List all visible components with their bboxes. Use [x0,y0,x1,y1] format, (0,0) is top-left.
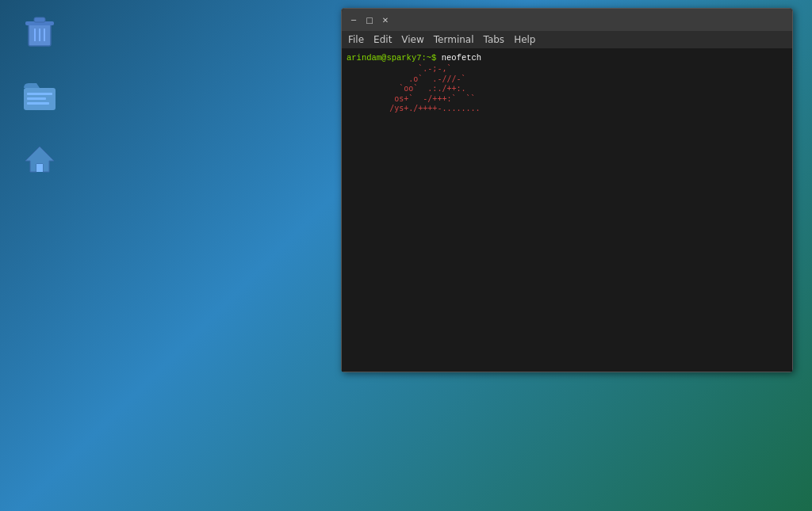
terminal-menu-edit[interactable]: Edit [373,34,392,45]
terminal-maximize[interactable]: □ [364,14,375,25]
terminal-menu-help[interactable]: Help [514,34,535,45]
terminal-menu-terminal[interactable]: Terminal [434,34,474,45]
desktop: ─ □ ✕ File Edit View Terminal Tabs Help … [0,0,812,511]
terminal-controls[interactable]: ─ □ ✕ [348,14,391,25]
svg-rect-8 [27,97,46,100]
terminal-prompt: arindam@sparky7:~$ [347,53,436,63]
desktop-icon-home[interactable] [8,137,71,185]
terminal-minimize[interactable]: ─ [348,14,359,25]
terminal-window: ─ □ ✕ File Edit View Terminal Tabs Help … [341,8,793,372]
svg-rect-2 [34,17,45,22]
filesystem-icon [21,77,59,115]
terminal-titlebar: ─ □ ✕ [342,9,792,31]
ascii-art: `.-;-,` .o` .-///-` `oo` .:./++:. os+` -… [347,64,576,114]
terminal-content: arindam@sparky7:~$ neofetch `.-;-,` .o` … [342,48,792,372]
home-icon [21,140,59,178]
terminal-menu-view[interactable]: View [401,34,423,45]
svg-rect-10 [36,164,43,172]
terminal-body: arindam@sparky7:~$ neofetch `.-;-,` .o` … [345,51,789,368]
desktop-icon-trash[interactable] [8,8,71,55]
terminal-menu-file[interactable]: File [348,34,364,45]
terminal-menubar: File Edit View Terminal Tabs Help [342,31,792,48]
svg-rect-7 [27,93,52,95]
terminal-close[interactable]: ✕ [380,14,391,25]
svg-rect-9 [27,102,49,105]
desktop-icon-filesystem[interactable] [8,74,71,121]
terminal-menu-tabs[interactable]: Tabs [484,34,505,45]
terminal-command: neofetch [436,53,481,63]
trash-icon [21,11,59,49]
